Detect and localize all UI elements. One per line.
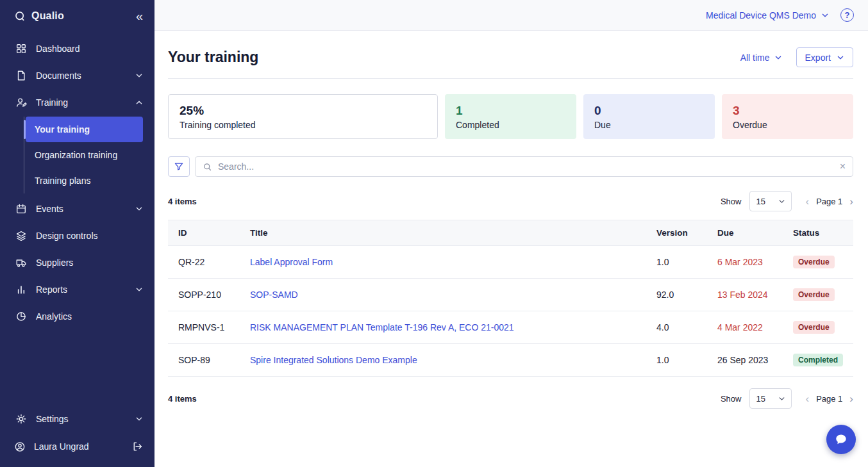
sidebar-item-label: Design controls (36, 231, 98, 241)
row-version: 4.0 (646, 311, 707, 344)
topbar: Medical Device QMS Demo ? (154, 0, 868, 31)
page-size-value: 15 (756, 394, 765, 404)
sidebar-item-your-training[interactable]: Your training (26, 117, 143, 142)
chevron-down-icon (135, 205, 143, 213)
export-button[interactable]: Export (796, 47, 853, 67)
row-title: Label Approval Form (240, 246, 646, 279)
page-next-icon[interactable]: › (849, 196, 853, 207)
row-id: RMPNVS-1 (168, 311, 240, 344)
page-next-icon[interactable]: › (849, 393, 853, 404)
document-link[interactable]: Label Approval Form (250, 257, 333, 267)
dashboard-icon (15, 43, 27, 54)
stat-card-due: 0 Due (583, 94, 715, 139)
row-due: 6 Mar 2023 (707, 246, 783, 279)
workspace-switcher[interactable]: Medical Device QMS Demo (706, 10, 829, 20)
table-row: RMPNVS-1 RISK MANAGEMENT PLAN Template T… (168, 311, 853, 344)
column-header-title: Title (240, 220, 646, 246)
training-submenu: Your training Organization training Trai… (24, 117, 154, 193)
page-title: Your training (168, 49, 258, 66)
sidebar: Qualio « Dashboard Documents (0, 0, 154, 467)
column-header-status: Status (783, 220, 853, 246)
chevron-down-icon (778, 395, 785, 402)
page-size-value: 15 (756, 197, 765, 206)
row-status: Overdue (783, 246, 853, 279)
table-header-row: ID Title Version Due Status (168, 220, 853, 246)
sidebar-item-training[interactable]: Training (0, 89, 154, 116)
row-title: Spire Integrated Solutions Demo Example (240, 344, 646, 377)
search-input[interactable] (218, 161, 834, 172)
sidebar-item-label: Settings (36, 414, 69, 424)
sidebar-collapse-button[interactable]: « (136, 10, 143, 22)
filter-button[interactable] (168, 156, 190, 177)
sidebar-item-design-controls[interactable]: Design controls (0, 222, 154, 249)
items-count: 4 items (168, 197, 197, 206)
events-icon (15, 203, 27, 215)
status-badge: Completed (793, 354, 843, 366)
chevron-down-icon (135, 415, 143, 423)
chevron-down-icon (837, 54, 844, 61)
sidebar-item-documents[interactable]: Documents (0, 62, 154, 89)
column-header-due: Due (707, 220, 783, 246)
analytics-icon (15, 311, 27, 322)
chevron-up-icon (135, 99, 143, 106)
time-filter-dropdown[interactable]: All time (740, 53, 782, 63)
stat-card-completed: 1 Completed (445, 94, 576, 139)
brand-name: Qualio (31, 10, 64, 22)
row-status: Completed (783, 344, 853, 377)
column-header-id: ID (168, 220, 240, 246)
page-head: Your training All time Export (168, 47, 853, 67)
app-root: Qualio « Dashboard Documents (0, 0, 868, 467)
sidebar-item-events[interactable]: Events (0, 195, 154, 222)
row-id: SOPP-210 (168, 279, 240, 311)
sidebar-item-training-plans[interactable]: Training plans (26, 168, 143, 193)
stat-card-training-completed: 25% Training completed (168, 94, 438, 139)
sidebar-item-label: Events (36, 204, 63, 214)
sidebar-nav: Dashboard Documents Training (0, 29, 154, 406)
page-prev-icon[interactable]: ‹ (805, 393, 809, 404)
row-version: 1.0 (646, 246, 707, 279)
search-box: × (195, 156, 853, 177)
sidebar-item-settings[interactable]: Settings (0, 406, 154, 432)
stat-value: 1 (456, 104, 565, 118)
page-size-select[interactable]: 15 (749, 388, 792, 409)
document-link[interactable]: SOP-SAMD (250, 290, 298, 300)
workspace-name: Medical Device QMS Demo (706, 10, 816, 20)
divider (168, 78, 853, 79)
row-due: 13 Feb 2024 (707, 279, 783, 311)
sidebar-item-suppliers[interactable]: Suppliers (0, 249, 154, 276)
page-prev-icon[interactable]: ‹ (805, 196, 809, 207)
document-link[interactable]: RISK MANAGEMENT PLAN Template T-196 Rev … (250, 322, 514, 332)
list-controls-top: 4 items Show 15 ‹ Page 1 › (168, 191, 853, 211)
page-content: Your training All time Export 25% Tr (154, 31, 868, 409)
stat-label: Training completed (179, 120, 426, 130)
show-label: Show (721, 197, 742, 206)
chevron-down-icon (135, 72, 143, 79)
time-filter-label: All time (740, 53, 770, 63)
chevron-down-icon (821, 12, 829, 19)
user-menu[interactable]: Laura Ungrad (0, 432, 154, 461)
training-icon (15, 97, 27, 108)
stat-value: 0 (594, 104, 704, 118)
page-size-select[interactable]: 15 (749, 191, 792, 211)
help-icon[interactable]: ? (840, 8, 854, 22)
sidebar-item-analytics[interactable]: Analytics (0, 303, 154, 330)
stat-label: Completed (456, 120, 565, 130)
reports-icon (15, 284, 27, 295)
export-label: Export (805, 53, 831, 63)
logout-icon[interactable] (131, 441, 143, 452)
clear-search-icon[interactable]: × (840, 161, 846, 172)
show-label: Show (721, 394, 742, 404)
row-title: RISK MANAGEMENT PLAN Template T-196 Rev … (240, 311, 646, 344)
filter-icon (174, 161, 184, 172)
row-status: Overdue (783, 279, 853, 311)
sidebar-item-label: Reports (36, 284, 67, 295)
sidebar-item-dashboard[interactable]: Dashboard (0, 35, 154, 62)
stat-label: Due (594, 120, 704, 130)
chat-launcher-button[interactable] (826, 425, 856, 454)
row-due: 4 Mar 2022 (707, 311, 783, 344)
sidebar-item-organization-training[interactable]: Organization training (26, 142, 143, 168)
sidebar-item-reports[interactable]: Reports (0, 276, 154, 303)
stat-card-overdue: 3 Overdue (722, 94, 853, 139)
document-link[interactable]: Spire Integrated Solutions Demo Example (250, 355, 417, 365)
row-id: QR-22 (168, 246, 240, 279)
